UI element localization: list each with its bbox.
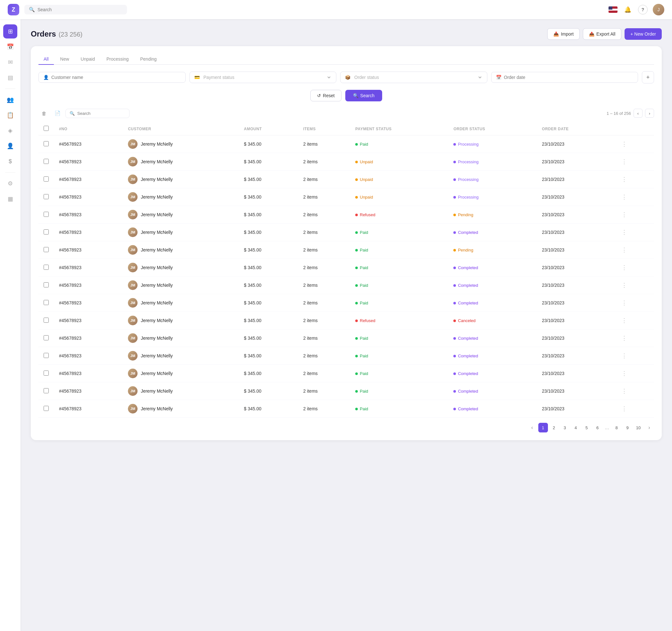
row-actions-9: ⋮ [615, 294, 654, 312]
row-actions-4: ⋮ [615, 206, 654, 224]
customer-avatar-0: JM [128, 139, 138, 149]
row-checkbox-7[interactable] [44, 265, 49, 270]
more-button-10[interactable]: ⋮ [620, 316, 628, 325]
tab-processing[interactable]: Processing [101, 54, 134, 65]
sidebar-item-dashboard[interactable]: ⊞ [3, 24, 17, 39]
payment-status-10: Refused [350, 312, 448, 329]
row-checkbox-13[interactable] [44, 371, 49, 376]
more-button-7[interactable]: ⋮ [620, 263, 628, 272]
row-actions-8: ⋮ [615, 277, 654, 294]
date-14: 23/10/2023 [537, 382, 615, 400]
order-status-label-11: Completed [458, 336, 478, 341]
customer-name-input[interactable] [51, 75, 181, 80]
pagination-prev[interactable]: ‹ [527, 423, 537, 433]
help-icon[interactable]: ? [638, 5, 648, 15]
new-order-button[interactable]: + New Order [625, 28, 662, 40]
more-button-2[interactable]: ⋮ [620, 175, 628, 184]
more-button-15[interactable]: ⋮ [620, 404, 628, 413]
app-logo[interactable]: Z [8, 4, 19, 16]
order-dot-1 [453, 161, 456, 163]
more-button-8[interactable]: ⋮ [620, 281, 628, 289]
sidebar-item-messages[interactable]: ✉ [3, 55, 17, 69]
items-13: 2 items [298, 365, 351, 382]
order-date-input[interactable] [504, 75, 633, 80]
payment-dot-15 [355, 408, 358, 410]
row-checkbox-cell-2 [39, 171, 54, 188]
more-button-1[interactable]: ⋮ [620, 158, 628, 166]
payment-status-select[interactable]: Payment status Paid Unpaid Refused [202, 74, 332, 80]
pagination-page-2[interactable]: 2 [549, 423, 559, 433]
more-button-4[interactable]: ⋮ [620, 210, 628, 219]
sidebar-item-products[interactable]: ◈ [3, 123, 17, 138]
pagination-page-5[interactable]: 5 [582, 423, 592, 433]
prev-page-button[interactable]: ‹ [633, 109, 643, 118]
order-status-9: Completed [448, 294, 537, 312]
order-status-select[interactable]: Order status Processing Completed Pendin… [353, 74, 482, 80]
order-status-7: Completed [448, 259, 537, 277]
more-button-11[interactable]: ⋮ [620, 334, 628, 342]
row-checkbox-4[interactable] [44, 212, 49, 217]
more-button-12[interactable]: ⋮ [620, 352, 628, 360]
pagination-page-8[interactable]: 8 [612, 423, 621, 433]
row-checkbox-3[interactable] [44, 194, 49, 199]
row-checkbox-15[interactable] [44, 406, 49, 411]
global-search-input[interactable] [38, 7, 122, 12]
export-toolbar-button[interactable]: 📄 [52, 108, 63, 119]
customer-icon: 👤 [43, 75, 49, 80]
toolbar-left: 🗑 📄 🔍 [39, 108, 129, 119]
pagination-next[interactable]: › [644, 423, 654, 433]
tab-pending[interactable]: Pending [135, 54, 162, 65]
table-search-input[interactable] [77, 111, 125, 116]
select-all-checkbox[interactable] [44, 126, 49, 131]
row-checkbox-5[interactable] [44, 229, 49, 234]
export-button[interactable]: 📤 Export All [583, 28, 621, 40]
sidebar-item-integrations[interactable]: ▦ [3, 192, 17, 206]
row-checkbox-10[interactable] [44, 318, 49, 323]
row-checkbox-9[interactable] [44, 300, 49, 305]
user-avatar[interactable]: J [653, 4, 664, 16]
tab-unpaid[interactable]: Unpaid [76, 54, 100, 65]
add-filter-button[interactable]: + [642, 71, 654, 84]
pagination-page-10[interactable]: 10 [633, 423, 643, 433]
row-checkbox-8[interactable] [44, 282, 49, 287]
pagination-page-1[interactable]: 1 [538, 423, 548, 433]
date-13: 23/10/2023 [537, 365, 615, 382]
row-checkbox-14[interactable] [44, 388, 49, 393]
row-checkbox-2[interactable] [44, 177, 49, 182]
sidebar-item-users[interactable]: 👤 [3, 139, 17, 153]
more-button-6[interactable]: ⋮ [620, 246, 628, 254]
row-checkbox-6[interactable] [44, 247, 49, 252]
sidebar-item-settings[interactable]: ⚙ [3, 177, 17, 190]
tab-all[interactable]: All [39, 54, 54, 65]
customer-avatar-11: JM [128, 333, 138, 343]
row-checkbox-12[interactable] [44, 353, 49, 358]
pagination-page-9[interactable]: 9 [623, 423, 632, 433]
more-button-9[interactable]: ⋮ [620, 299, 628, 307]
customer-avatar-8: JM [128, 280, 138, 290]
notifications-icon[interactable]: 🔔 [623, 4, 633, 15]
row-checkbox-1[interactable] [44, 159, 49, 164]
sidebar-item-calendar[interactable]: 📅 [3, 40, 17, 54]
pagination-page-4[interactable]: 4 [571, 423, 581, 433]
row-checkbox-0[interactable] [44, 141, 49, 146]
import-button[interactable]: 📥 Import [547, 28, 580, 40]
more-button-14[interactable]: ⋮ [620, 387, 628, 395]
sidebar-item-finance[interactable]: $ [3, 154, 17, 168]
search-button[interactable]: 🔍 Search [345, 90, 382, 101]
more-button-3[interactable]: ⋮ [620, 193, 628, 201]
more-button-0[interactable]: ⋮ [620, 140, 628, 148]
reset-button[interactable]: ↺ Reset [310, 90, 341, 101]
language-flag[interactable] [608, 6, 618, 13]
row-checkbox-11[interactable] [44, 335, 49, 341]
more-button-13[interactable]: ⋮ [620, 369, 628, 378]
sidebar-item-customers[interactable]: 👥 [3, 93, 17, 107]
sidebar-item-reports[interactable]: ▤ [3, 71, 17, 85]
next-page-button[interactable]: › [645, 109, 654, 118]
pagination-page-6[interactable]: 6 [593, 423, 602, 433]
payment-status-13: Paid [350, 365, 448, 382]
more-button-5[interactable]: ⋮ [620, 228, 628, 236]
delete-toolbar-button[interactable]: 🗑 [39, 108, 49, 119]
tab-new[interactable]: New [55, 54, 74, 65]
pagination-page-3[interactable]: 3 [560, 423, 570, 433]
sidebar-item-orders[interactable]: 📋 [3, 108, 17, 122]
